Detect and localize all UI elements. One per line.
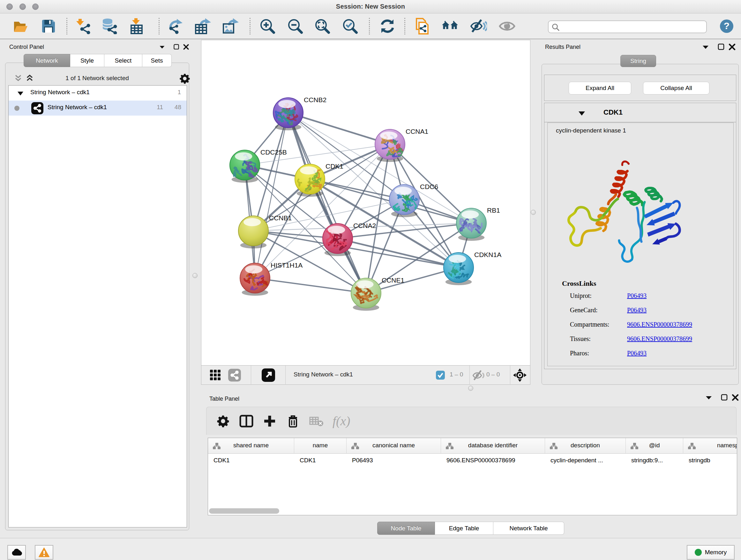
column-header-shared-name[interactable]: shared name bbox=[208, 438, 294, 454]
export-table-button[interactable] bbox=[194, 18, 211, 35]
import-table-button[interactable] bbox=[128, 18, 144, 35]
column-header-description[interactable]: description bbox=[545, 438, 626, 454]
node-CDK1[interactable]: CDK1 bbox=[295, 163, 343, 197]
zoom-in-button[interactable] bbox=[259, 18, 276, 35]
selected-checkbox-icon[interactable] bbox=[435, 370, 445, 380]
crosslink-row: GeneCard:P06493 bbox=[570, 307, 730, 314]
open-in-window-icon[interactable] bbox=[261, 368, 275, 382]
node-RB1[interactable]: RB1 bbox=[456, 206, 500, 241]
crosslink-label: Compartments: bbox=[570, 321, 609, 328]
save-session-button[interactable] bbox=[40, 18, 57, 35]
create-column-plus-icon[interactable] bbox=[263, 415, 276, 428]
results-tab-string[interactable]: String bbox=[620, 55, 656, 67]
export-network-button[interactable] bbox=[168, 18, 185, 35]
collection-expand-icon[interactable] bbox=[17, 91, 24, 97]
expand-all-button[interactable]: Expand All bbox=[569, 82, 631, 95]
search-input[interactable] bbox=[560, 22, 704, 32]
panel-menu-icon[interactable] bbox=[704, 394, 713, 401]
crosslink-link[interactable]: 9606.ENSP00000378699 bbox=[627, 335, 692, 343]
bottom-splitter-handle[interactable] bbox=[468, 386, 473, 391]
crosslink-link[interactable]: P06493 bbox=[627, 350, 647, 357]
gene-section-header[interactable]: CDK1 bbox=[544, 103, 736, 122]
open-file-button[interactable] bbox=[12, 18, 29, 35]
zoom-out-button[interactable] bbox=[287, 18, 304, 35]
node-label-CDC25B: CDC25B bbox=[260, 148, 287, 156]
network-badge-gray-icon[interactable] bbox=[228, 368, 241, 382]
table-cell: stringdb bbox=[689, 457, 737, 464]
table-panel-title: Table Panel bbox=[209, 395, 239, 402]
node-CCNE1[interactable]: CCNE1 bbox=[351, 276, 404, 311]
copy-network-button[interactable] bbox=[414, 18, 430, 35]
panel-menu-icon[interactable] bbox=[701, 44, 710, 51]
close-panel-icon[interactable] bbox=[183, 44, 189, 51]
column-header-database-identifier[interactable]: database identifier bbox=[441, 438, 545, 454]
crosslink-link[interactable]: P06493 bbox=[627, 307, 647, 314]
gene-description: cyclin-dependent kinase 1 bbox=[556, 127, 626, 134]
column-header-canonical-name[interactable]: canonical name bbox=[347, 438, 441, 454]
function-builder-icon[interactable]: f(x) bbox=[331, 414, 355, 428]
column-header-namespace[interactable]: namespace bbox=[683, 438, 737, 454]
edge-CCNB2-CCNB1[interactable] bbox=[253, 113, 288, 231]
crosslink-link[interactable]: P06493 bbox=[627, 292, 647, 300]
tab-network[interactable]: Network bbox=[23, 54, 70, 67]
help-button[interactable]: ? bbox=[718, 18, 735, 35]
tab-edge-table[interactable]: Edge Table bbox=[435, 522, 493, 535]
table-toolbar: f(x) bbox=[206, 407, 737, 435]
column-header-@id[interactable]: @id bbox=[626, 438, 683, 454]
birdseye-grid-icon[interactable] bbox=[210, 370, 221, 381]
first-neighbors-button[interactable] bbox=[442, 18, 458, 35]
node-CCNB2[interactable]: CCNB2 bbox=[273, 96, 327, 130]
node-HIST1H1A[interactable]: HIST1H1A bbox=[240, 261, 302, 296]
network-collection-row[interactable]: String Network – cdk1 1 bbox=[9, 85, 187, 101]
panel-menu-icon[interactable] bbox=[158, 44, 165, 51]
show-columns-icon[interactable] bbox=[239, 415, 253, 428]
hide-selected-button[interactable] bbox=[470, 18, 487, 35]
apply-layout-button[interactable] bbox=[379, 18, 396, 35]
network-row[interactable]: String Network – cdk1 11 48 bbox=[9, 101, 187, 116]
table-options-gear-icon[interactable] bbox=[217, 415, 229, 428]
memory-status-button[interactable]: Memory bbox=[687, 545, 735, 560]
tab-select[interactable]: Select bbox=[105, 54, 142, 67]
crosslink-label: Uniprot: bbox=[570, 292, 592, 299]
delete-table-icon[interactable] bbox=[309, 415, 324, 427]
delete-column-trash-icon[interactable] bbox=[287, 415, 299, 428]
edge-CCNB2-CCNA1[interactable] bbox=[288, 113, 390, 144]
left-splitter-handle[interactable] bbox=[192, 273, 198, 278]
close-panel-icon[interactable] bbox=[728, 44, 736, 51]
zoom-fit-button[interactable] bbox=[314, 18, 331, 35]
section-collapse-icon[interactable] bbox=[578, 110, 586, 117]
table-row[interactable]: CDK1CDK1P064939606.ENSP00000378699cyclin… bbox=[208, 454, 737, 469]
crosshair-icon[interactable] bbox=[513, 368, 527, 382]
network-graph[interactable]: CCNB2CCNA1CDC25BCDK1CDC6RB1CCNB1CCNA2CDK… bbox=[201, 40, 530, 365]
crosslink-link[interactable]: 9606.ENSP00000378699 bbox=[627, 321, 692, 328]
float-panel-icon[interactable] bbox=[717, 44, 725, 51]
tab-network-table[interactable]: Network Table bbox=[493, 522, 564, 535]
network-view[interactable]: CCNB2CCNA1CDC25BCDK1CDC6RB1CCNB1CCNA2CDK… bbox=[201, 40, 530, 385]
float-panel-icon[interactable] bbox=[720, 394, 729, 401]
edge-CCNA2-CDKN1A[interactable] bbox=[338, 239, 459, 267]
right-splitter-handle[interactable] bbox=[531, 210, 536, 215]
tab-sets[interactable]: Sets bbox=[142, 54, 172, 67]
warnings-status-button[interactable] bbox=[35, 545, 53, 560]
column-header-name[interactable]: name bbox=[294, 438, 347, 454]
import-network-from-database-button[interactable] bbox=[101, 18, 118, 35]
column-header-label: @id bbox=[626, 442, 683, 449]
export-image-button[interactable] bbox=[222, 18, 239, 35]
node-label-RB1: RB1 bbox=[487, 206, 500, 214]
tab-node-table[interactable]: Node Table bbox=[377, 522, 435, 535]
show-all-button[interactable] bbox=[499, 18, 515, 35]
float-panel-icon[interactable] bbox=[173, 44, 180, 51]
close-panel-icon[interactable] bbox=[731, 394, 739, 401]
collapse-all-button[interactable]: Collapse All bbox=[643, 82, 710, 95]
edge-HIST1H1A-CCNE1[interactable] bbox=[255, 278, 366, 293]
zoom-selected-button[interactable] bbox=[342, 18, 358, 35]
tab-style[interactable]: Style bbox=[70, 54, 105, 67]
network-options-gear-icon[interactable] bbox=[179, 73, 190, 84]
horizontal-scrollbar[interactable] bbox=[209, 508, 279, 514]
cloud-status-button[interactable] bbox=[7, 545, 26, 560]
node-CCNA1[interactable]: CCNA1 bbox=[375, 128, 428, 162]
node-CDKN1A[interactable]: CDKN1A bbox=[444, 251, 501, 285]
results-panel-title: Results Panel bbox=[545, 44, 581, 51]
import-network-from-file-button[interactable] bbox=[75, 18, 91, 35]
node-CDC25B[interactable]: CDC25B bbox=[230, 148, 287, 183]
